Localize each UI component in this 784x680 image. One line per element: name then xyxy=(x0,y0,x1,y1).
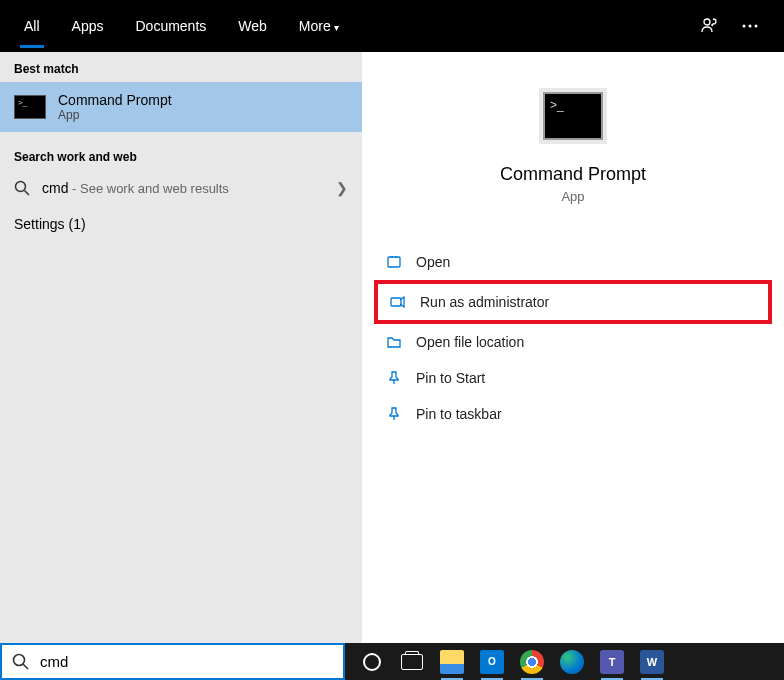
svg-point-4 xyxy=(16,182,26,192)
action-pin-to-taskbar[interactable]: Pin to taskbar xyxy=(374,396,772,432)
file-explorer-icon xyxy=(440,650,464,674)
search-query: cmd xyxy=(42,180,68,196)
search-filter-header: All Apps Documents Web More xyxy=(0,0,784,52)
filter-tabs: All Apps Documents Web More xyxy=(8,4,700,48)
taskbar-icons: O T W xyxy=(345,643,671,680)
settings-category[interactable]: Settings (1) xyxy=(0,206,362,242)
tab-apps[interactable]: Apps xyxy=(56,4,120,48)
preview-subtitle: App xyxy=(561,189,584,204)
teams-icon: T xyxy=(600,650,624,674)
tab-all[interactable]: All xyxy=(8,4,56,48)
chrome-button[interactable] xyxy=(513,643,551,680)
svg-rect-6 xyxy=(388,257,400,267)
task-view-button[interactable] xyxy=(393,643,431,680)
action-open-label: Open xyxy=(416,254,450,270)
action-pin-taskbar-label: Pin to taskbar xyxy=(416,406,502,422)
word-icon: W xyxy=(640,650,664,674)
header-right xyxy=(700,16,776,36)
action-open-location-label: Open file location xyxy=(416,334,524,350)
best-match-header: Best match xyxy=(0,52,362,82)
svg-line-5 xyxy=(25,191,30,196)
folder-icon xyxy=(386,334,402,350)
main-content: Best match Command Prompt App Search wor… xyxy=(0,52,784,643)
preview-app-icon xyxy=(543,92,603,140)
svg-point-8 xyxy=(14,654,25,665)
cortana-button[interactable] xyxy=(353,643,391,680)
admin-shield-icon xyxy=(390,294,406,310)
tab-more[interactable]: More xyxy=(283,4,355,48)
result-text: Command Prompt App xyxy=(58,92,348,122)
preview-panel: Command Prompt App Open Run as administr… xyxy=(362,52,784,643)
action-run-as-administrator[interactable]: Run as administrator xyxy=(374,280,772,324)
actions-list: Open Run as administrator Open file loca… xyxy=(362,244,784,432)
search-work-web-header: Search work and web xyxy=(0,132,362,170)
pin-start-icon xyxy=(386,370,402,386)
cortana-icon xyxy=(363,653,381,671)
action-pin-start-label: Pin to Start xyxy=(416,370,485,386)
svg-point-1 xyxy=(743,25,746,28)
taskbar: O T W xyxy=(0,643,784,680)
tab-documents[interactable]: Documents xyxy=(119,4,222,48)
pin-taskbar-icon xyxy=(386,406,402,422)
result-subtitle: App xyxy=(58,108,348,122)
tab-web[interactable]: Web xyxy=(222,4,283,48)
action-run-admin-label: Run as administrator xyxy=(420,294,549,310)
outlook-icon: O xyxy=(480,650,504,674)
edge-icon xyxy=(560,650,584,674)
results-panel: Best match Command Prompt App Search wor… xyxy=(0,52,362,643)
result-title: Command Prompt xyxy=(58,92,348,108)
search-icon xyxy=(12,653,30,671)
svg-line-9 xyxy=(23,664,28,669)
result-command-prompt[interactable]: Command Prompt App xyxy=(0,82,362,132)
taskbar-search-box[interactable] xyxy=(0,643,345,680)
search-row-text: cmd - See work and web results xyxy=(42,180,324,196)
search-input[interactable] xyxy=(40,653,333,670)
svg-point-0 xyxy=(704,19,710,25)
feedback-icon[interactable] xyxy=(700,16,720,36)
outlook-button[interactable]: O xyxy=(473,643,511,680)
task-view-icon xyxy=(401,654,423,670)
search-suffix: - See work and web results xyxy=(68,181,228,196)
svg-rect-7 xyxy=(391,298,401,306)
chrome-icon xyxy=(520,650,544,674)
open-icon xyxy=(386,254,402,270)
search-icon xyxy=(14,180,30,196)
svg-point-2 xyxy=(749,25,752,28)
word-button[interactable]: W xyxy=(633,643,671,680)
file-explorer-button[interactable] xyxy=(433,643,471,680)
action-open[interactable]: Open xyxy=(374,244,772,280)
action-open-file-location[interactable]: Open file location xyxy=(374,324,772,360)
svg-point-3 xyxy=(755,25,758,28)
action-pin-to-start[interactable]: Pin to Start xyxy=(374,360,772,396)
command-prompt-icon xyxy=(14,95,46,119)
search-work-web-item[interactable]: cmd - See work and web results ❯ xyxy=(0,170,362,206)
edge-button[interactable] xyxy=(553,643,591,680)
preview-title: Command Prompt xyxy=(500,164,646,185)
teams-button[interactable]: T xyxy=(593,643,631,680)
chevron-right-icon: ❯ xyxy=(336,180,348,196)
more-options-icon[interactable] xyxy=(740,16,760,36)
